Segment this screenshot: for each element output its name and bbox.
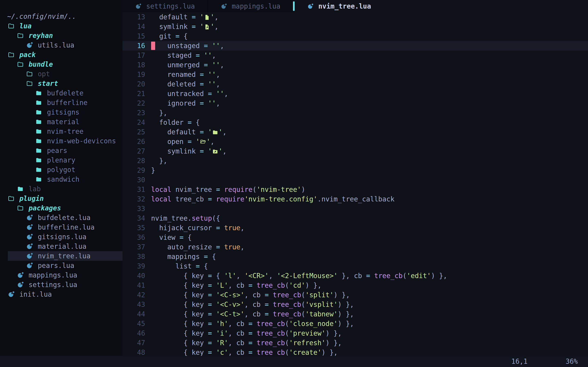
code-line[interactable]: 33 bbox=[122, 204, 588, 213]
nvim-tree-panel[interactable]: ~/.config/nvim/..luareyhanutils.luapackb… bbox=[0, 0, 122, 356]
tree-item-gitsigns[interactable]: gitsigns bbox=[0, 108, 122, 117]
code-line[interactable]: 19 renamed = '', bbox=[122, 70, 588, 79]
code-line[interactable]: 13 default = '', bbox=[122, 12, 588, 22]
code-line[interactable]: 47 { key = 'R', cb = tree_cb('refresh') … bbox=[122, 338, 588, 348]
token-p: ) }, bbox=[325, 339, 342, 347]
code-line[interactable]: 27 symlink = '', bbox=[122, 146, 588, 156]
tab-mappings.lua[interactable]: mappings.lua bbox=[208, 0, 293, 12]
tree-item-bufferline.lua[interactable]: bufferline.lua bbox=[0, 222, 122, 232]
code-line[interactable]: 21 untracked = '', bbox=[122, 89, 588, 99]
code-line[interactable]: 46 { key = 'i', cb = tree_cb('preview') … bbox=[122, 328, 588, 338]
code-line[interactable]: 41 { key = 'L', cb = tree_cb('cd') }, bbox=[122, 281, 588, 290]
code-line[interactable]: 26 open = '', bbox=[122, 137, 588, 146]
token-str: 'edit' bbox=[407, 272, 431, 280]
token-p: folder bbox=[151, 118, 183, 126]
tab-nvim_tree.lua[interactable]: nvim_tree.lua bbox=[295, 0, 389, 12]
tree-item-init.lua[interactable]: init.lua bbox=[0, 290, 122, 299]
line-number: 45 bbox=[122, 319, 145, 328]
tree-item-sandwich[interactable]: sandwich bbox=[0, 175, 122, 184]
code-line[interactable]: 42 { key = '<C-s>', cb = tree_cb('split'… bbox=[122, 290, 588, 300]
tree-item-bufferline[interactable]: bufferline bbox=[0, 98, 122, 108]
tree-item-lab[interactable]: lab bbox=[0, 184, 122, 194]
tree-item-packages[interactable]: packages bbox=[0, 203, 122, 213]
code-line[interactable]: 14 symlink = '', bbox=[122, 22, 588, 31]
code-line[interactable]: 20 deleted = '', bbox=[122, 79, 588, 89]
code-line[interactable]: 22 ignored = '', bbox=[122, 99, 588, 108]
tree-item-plugin[interactable]: plugin bbox=[0, 194, 122, 203]
folder-fill-icon bbox=[35, 166, 42, 173]
token-op: = bbox=[208, 281, 212, 289]
tree-item-lua[interactable]: lua bbox=[0, 21, 122, 31]
token-op: = bbox=[249, 349, 252, 356]
code-line[interactable]: 30 bbox=[122, 175, 588, 185]
token-op: = bbox=[180, 234, 183, 242]
token-p: symlink bbox=[151, 147, 196, 155]
code-line[interactable]: 17 staged = '', bbox=[122, 50, 588, 60]
tree-item-plenary[interactable]: plenary bbox=[0, 155, 122, 165]
tree-item-label: pears.lua bbox=[38, 262, 74, 269]
line-number: 18 bbox=[122, 60, 145, 70]
buffer[interactable]: 13 default = '',14 symlink = '',15 git =… bbox=[122, 12, 588, 356]
token-fn: require bbox=[224, 185, 252, 193]
tree-item-material[interactable]: material bbox=[0, 117, 122, 127]
code-line[interactable]: 39 list = { bbox=[122, 261, 588, 271]
token-p: ) }, bbox=[338, 300, 354, 309]
token-op: = bbox=[204, 90, 216, 98]
line-number: 46 bbox=[122, 328, 145, 338]
tree-item-bundle[interactable]: bundle bbox=[0, 59, 122, 69]
tree-item-mappings.lua[interactable]: mappings.lua bbox=[0, 270, 122, 280]
line-number: 23 bbox=[122, 108, 145, 118]
tab-settings.lua[interactable]: settings.lua bbox=[122, 0, 208, 12]
tree-item-bufdelete[interactable]: bufdelete bbox=[0, 88, 122, 98]
token-str: '' bbox=[212, 42, 220, 50]
lua-icon bbox=[26, 42, 33, 49]
code-line[interactable]: 23 }, bbox=[122, 108, 588, 118]
token-op: = bbox=[249, 281, 252, 289]
tree-item-bufdelete.lua[interactable]: bufdelete.lua bbox=[0, 213, 122, 222]
code-line[interactable]: 28 }, bbox=[122, 156, 588, 166]
tree-item-reyhan[interactable]: reyhan bbox=[0, 31, 122, 40]
token-p: , bbox=[223, 147, 227, 155]
tree-item-material.lua[interactable]: material.lua bbox=[0, 242, 122, 251]
tree-item-polygot[interactable]: polygot bbox=[0, 165, 122, 175]
tree-root-path[interactable]: ~/.config/nvim/.. bbox=[0, 12, 122, 21]
code-line[interactable]: 31local nvim_tree = require('nvim-tree') bbox=[122, 185, 588, 194]
token-p: symlink bbox=[151, 23, 188, 31]
tree-item-pears.lua[interactable]: pears.lua bbox=[0, 261, 122, 270]
tree-item-gitsigns.lua[interactable]: gitsigns.lua bbox=[0, 232, 122, 242]
code-line[interactable]: 16 unstaged = '', bbox=[122, 41, 588, 50]
tree-item-label: gitsigns bbox=[47, 108, 79, 116]
code-line[interactable]: 18 unmerged = '', bbox=[122, 60, 588, 70]
tree-item-nvim-web-devicons[interactable]: nvim-web-devicons bbox=[0, 136, 122, 146]
token-p: ( bbox=[301, 300, 305, 309]
code-text: renamed = '', bbox=[151, 70, 588, 79]
code-line[interactable]: 45 { key = 'h', cb = tree_cb('close_node… bbox=[122, 319, 588, 328]
tree-item-nvim-tree[interactable]: nvim-tree bbox=[0, 127, 122, 136]
tree-item-pears[interactable]: pears bbox=[0, 146, 122, 155]
tree-item-nvim_tree.lua[interactable]: nvim_tree.lua bbox=[0, 251, 122, 261]
tree-item-pack[interactable]: pack bbox=[0, 50, 122, 59]
tree-item-opt[interactable]: opt bbox=[0, 69, 122, 79]
line-number: 43 bbox=[122, 300, 145, 309]
code-line[interactable]: 40 { key = { 'l', '<CR>', '<2-LeftMouse>… bbox=[122, 271, 588, 281]
code-line[interactable]: 43 { key = '<C-v>', cb = tree_cb('vsplit… bbox=[122, 300, 588, 309]
token-p: ( bbox=[301, 291, 305, 299]
code-line[interactable]: 44 { key = '<C-t>', cb = tree_cb('tabnew… bbox=[122, 309, 588, 319]
code-line[interactable]: 38 mappings = { bbox=[122, 252, 588, 261]
tree-item-utils.lua[interactable]: utils.lua bbox=[0, 40, 122, 50]
code-line[interactable]: 25 default = '', bbox=[122, 127, 588, 137]
code-line[interactable]: 37 auto_resize = true, bbox=[122, 242, 588, 252]
code-line[interactable]: 24 folder = { bbox=[122, 118, 588, 127]
line-number: 39 bbox=[122, 261, 145, 271]
code-line[interactable]: 36 view = { bbox=[122, 233, 588, 242]
code-text: default = '', bbox=[151, 127, 588, 137]
tree-item-start[interactable]: start bbox=[0, 79, 122, 88]
code-line[interactable]: 48 { key = 'c', cb = tree_cb('create') }… bbox=[122, 348, 588, 356]
code-line[interactable]: 32local tree_cb = require'nvim-tree.conf… bbox=[122, 194, 588, 204]
code-line[interactable]: 29} bbox=[122, 166, 588, 175]
code-line[interactable]: 35 hijack_cursor = true, bbox=[122, 223, 588, 233]
tree-item-settings.lua[interactable]: settings.lua bbox=[0, 280, 122, 290]
token-p: auto_resize bbox=[151, 243, 216, 251]
code-line[interactable]: 15 git = { bbox=[122, 31, 588, 41]
code-line[interactable]: 34nvim_tree.setup({ bbox=[122, 213, 588, 223]
